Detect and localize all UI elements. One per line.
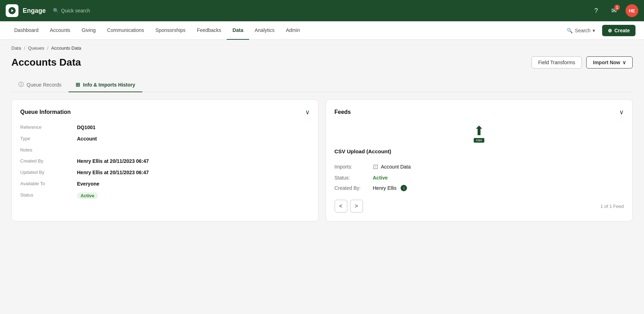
- feed-imports-value: Account Data: [381, 164, 411, 170]
- app-logo[interactable]: [6, 4, 18, 17]
- notes-row: Notes: [20, 147, 310, 153]
- updated-by-row: Updated By Henry Ellis at 20/11/2023 06:…: [20, 170, 310, 175]
- notes-label: Notes: [20, 147, 77, 153]
- create-button[interactable]: ⊕ Create: [602, 25, 635, 36]
- feed-nav-buttons: < >: [335, 200, 363, 213]
- import-now-label: Import Now: [593, 60, 620, 65]
- app-name: Engage: [23, 7, 46, 15]
- tabs: ⓘ Queue Records ⊞ Info & Imports History: [11, 77, 633, 92]
- import-now-button[interactable]: Import Now ∨: [586, 56, 633, 68]
- secondary-nav: Dashboard Accounts Giving Communications…: [0, 21, 644, 40]
- create-label: Create: [614, 28, 630, 33]
- feed-icon-area: ⬆ CSV: [335, 125, 624, 143]
- feed-imports-label: Imports:: [335, 164, 370, 170]
- help-icon[interactable]: ?: [590, 5, 602, 17]
- notifications-icon[interactable]: ✉ 1: [608, 5, 620, 17]
- feeds-title: Feeds: [335, 109, 351, 115]
- secondnav-search[interactable]: 🔍 Search ▾: [564, 28, 598, 33]
- status-row: Status Active: [20, 192, 310, 199]
- feed-count: 1 of 1 Feed: [600, 204, 624, 209]
- tab-info-imports[interactable]: ⊞ Info & Imports History: [68, 77, 142, 92]
- queue-info-card-header: Queue Information ∨: [20, 108, 310, 116]
- created-by-value: Henry Ellis at 20/11/2023 06:47: [77, 158, 149, 164]
- search-icon: 🔍: [53, 8, 59, 13]
- plus-icon: ⊕: [608, 28, 612, 33]
- imports-icon: ⊡: [373, 163, 378, 171]
- nav-dashboard[interactable]: Dashboard: [9, 21, 44, 40]
- queue-info-collapse-button[interactable]: ∨: [305, 108, 310, 116]
- feed-created-by-row: Created By: Henry Ellis i: [335, 185, 624, 191]
- created-by-row: Created By Henry Ellis at 20/11/2023 06:…: [20, 158, 310, 164]
- breadcrumb-current: Accounts Data: [51, 45, 81, 51]
- tab-info-imports-label: Info & Imports History: [83, 82, 135, 88]
- feeds-card: Feeds ∨ ⬆ CSV CSV Upload (Account) Impor…: [326, 99, 633, 221]
- feed-status-label: Status:: [335, 175, 370, 181]
- feeds-card-header: Feeds ∨: [335, 108, 624, 116]
- nav-analytics[interactable]: Analytics: [249, 21, 280, 40]
- queue-info-card: Queue Information ∨ Reference DQ1001 Typ…: [11, 99, 319, 221]
- chevron-down-icon: ∨: [622, 60, 626, 65]
- feed-status-row: Status: Active: [335, 175, 624, 181]
- page-header: Accounts Data Field Transforms Import No…: [11, 56, 633, 68]
- reference-value: DQ1001: [77, 125, 95, 130]
- reference-row: Reference DQ1001: [20, 125, 310, 130]
- status-badge: Active: [77, 192, 98, 199]
- queue-info-title: Queue Information: [20, 109, 71, 115]
- reference-label: Reference: [20, 125, 77, 130]
- csv-upload-icon-wrap: ⬆ CSV: [474, 125, 484, 143]
- nav-data[interactable]: Data: [227, 21, 249, 40]
- available-to-label: Available To: [20, 181, 77, 186]
- nav-giving[interactable]: Giving: [76, 21, 101, 40]
- breadcrumb-sep-1: /: [24, 45, 25, 51]
- nav-sponsorships[interactable]: Sponsorships: [150, 21, 191, 40]
- quick-search[interactable]: 🔍 Quick search: [53, 8, 90, 13]
- feeds-collapse-button[interactable]: ∨: [619, 108, 624, 116]
- updated-by-label: Updated By: [20, 170, 77, 175]
- main-content: Accounts Data Field Transforms Import No…: [0, 54, 644, 233]
- csv-badge: CSV: [474, 138, 484, 143]
- feed-next-button[interactable]: >: [350, 200, 363, 213]
- search-label: Search: [575, 28, 590, 33]
- feed-status-value: Active: [373, 175, 388, 181]
- tab-queue-records[interactable]: ⓘ Queue Records: [11, 77, 68, 92]
- type-label: Type: [20, 136, 77, 141]
- type-row: Type Account: [20, 136, 310, 142]
- breadcrumb-queues[interactable]: Queues: [28, 45, 44, 51]
- search-icon: 🔍: [567, 28, 573, 33]
- nav-admin[interactable]: Admin: [280, 21, 306, 40]
- grid-icon: ⊞: [76, 82, 80, 88]
- field-transforms-button[interactable]: Field Transforms: [532, 56, 582, 68]
- feed-imports-row: Imports: ⊡ Account Data: [335, 163, 624, 171]
- page-title: Accounts Data: [11, 57, 81, 68]
- nav-accounts[interactable]: Accounts: [44, 21, 76, 40]
- feed-navigation: < > 1 of 1 Feed: [335, 200, 624, 213]
- type-value: Account: [77, 136, 97, 142]
- status-label: Status: [20, 192, 77, 198]
- tab-queue-records-label: Queue Records: [27, 82, 61, 88]
- topbar-actions: ? ✉ 1 HE: [590, 4, 638, 17]
- info-icon: ⓘ: [18, 81, 24, 88]
- feed-prev-button[interactable]: <: [335, 200, 347, 213]
- available-to-value: Everyone: [77, 181, 99, 187]
- topbar: Engage 🔍 Quick search ? ✉ 1 HE: [0, 0, 644, 21]
- quick-search-label: Quick search: [61, 8, 90, 13]
- nav-communications[interactable]: Communications: [101, 21, 150, 40]
- nav-feedbacks[interactable]: Feedbacks: [191, 21, 227, 40]
- user-avatar[interactable]: HE: [626, 4, 638, 17]
- created-by-label: Created By: [20, 158, 77, 164]
- breadcrumb-sep-2: /: [47, 45, 49, 51]
- updated-by-value: Henry Ellis at 20/11/2023 06:47: [77, 170, 149, 175]
- notification-badge: 1: [614, 5, 620, 10]
- content-grid: Queue Information ∨ Reference DQ1001 Typ…: [11, 99, 633, 221]
- header-actions: Field Transforms Import Now ∨: [532, 56, 633, 68]
- breadcrumb-data[interactable]: Data: [11, 45, 21, 51]
- feed-created-by-value: Henry Ellis: [373, 185, 397, 191]
- breadcrumb: Data / Queues / Accounts Data: [0, 40, 644, 54]
- chevron-down-icon: ▾: [593, 28, 595, 33]
- upload-icon: ⬆: [474, 125, 484, 137]
- available-to-row: Available To Everyone: [20, 181, 310, 187]
- feed-created-by-label: Created By:: [335, 185, 370, 191]
- info-circle-icon[interactable]: i: [401, 185, 407, 191]
- feed-name: CSV Upload (Account): [335, 148, 624, 154]
